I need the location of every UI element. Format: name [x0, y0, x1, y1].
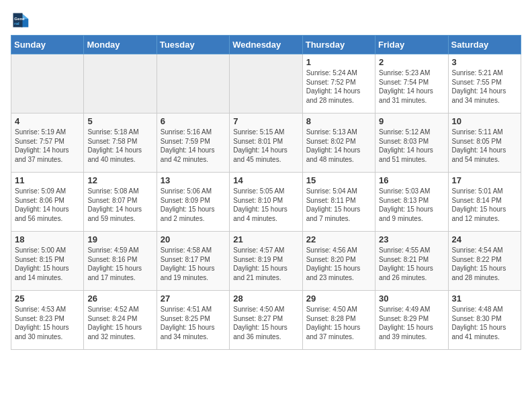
day-number: 23 [379, 234, 444, 244]
day-header-friday: Friday [375, 36, 448, 54]
day-number: 6 [161, 116, 226, 126]
day-cell: 13Sunrise: 5:06 AMSunset: 8:09 PMDayligh… [157, 173, 229, 232]
day-cell: 19Sunrise: 4:59 AMSunset: 8:16 PMDayligh… [84, 232, 157, 291]
day-number: 14 [233, 175, 298, 185]
day-number: 5 [87, 116, 152, 126]
day-cell: 24Sunrise: 4:54 AMSunset: 8:22 PMDayligh… [448, 232, 521, 291]
day-info: Sunrise: 5:13 AMSunset: 8:02 PMDaylight:… [306, 128, 371, 164]
day-cell: 5Sunrise: 5:18 AMSunset: 7:58 PMDaylight… [84, 113, 157, 173]
day-info: Sunrise: 5:15 AMSunset: 8:01 PMDaylight:… [233, 128, 298, 164]
day-number: 4 [15, 116, 80, 126]
day-number: 20 [161, 234, 226, 244]
week-row-1: 1Sunrise: 5:24 AMSunset: 7:52 PMDaylight… [11, 54, 521, 113]
day-number: 18 [15, 234, 80, 244]
day-info: Sunrise: 4:50 AMSunset: 8:28 PMDaylight:… [306, 305, 371, 341]
day-number: 24 [452, 234, 517, 244]
page-header: Gene ral [11, 11, 521, 30]
day-info: Sunrise: 5:24 AMSunset: 7:52 PMDaylight:… [306, 68, 371, 105]
week-row-3: 11Sunrise: 5:09 AMSunset: 8:06 PMDayligh… [11, 173, 521, 232]
day-cell: 14Sunrise: 5:05 AMSunset: 8:10 PMDayligh… [230, 173, 302, 232]
day-number: 8 [306, 116, 371, 126]
day-cell: 18Sunrise: 5:00 AMSunset: 8:15 PMDayligh… [11, 232, 84, 291]
day-info: Sunrise: 4:57 AMSunset: 8:19 PMDaylight:… [233, 246, 298, 282]
day-number: 1 [306, 57, 371, 67]
day-number: 19 [87, 234, 152, 244]
day-cell: 30Sunrise: 4:49 AMSunset: 8:29 PMDayligh… [375, 291, 448, 350]
day-header-wednesday: Wednesday [230, 36, 302, 54]
day-number: 10 [452, 116, 517, 126]
day-info: Sunrise: 5:04 AMSunset: 8:11 PMDaylight:… [306, 187, 371, 223]
day-info: Sunrise: 5:01 AMSunset: 8:14 PMDaylight:… [452, 187, 517, 223]
day-number: 2 [379, 57, 444, 67]
day-info: Sunrise: 5:06 AMSunset: 8:09 PMDaylight:… [161, 187, 226, 223]
day-cell [11, 54, 84, 113]
day-cell: 21Sunrise: 4:57 AMSunset: 8:19 PMDayligh… [230, 232, 302, 291]
day-info: Sunrise: 5:23 AMSunset: 7:54 PMDaylight:… [379, 68, 444, 105]
week-row-2: 4Sunrise: 5:19 AMSunset: 7:57 PMDaylight… [11, 113, 521, 173]
day-header-sunday: Sunday [11, 36, 84, 54]
day-cell: 11Sunrise: 5:09 AMSunset: 8:06 PMDayligh… [11, 173, 84, 232]
day-info: Sunrise: 5:12 AMSunset: 8:03 PMDaylight:… [379, 128, 444, 164]
day-info: Sunrise: 5:16 AMSunset: 7:59 PMDaylight:… [161, 128, 226, 164]
day-cell: 26Sunrise: 4:52 AMSunset: 8:24 PMDayligh… [84, 291, 157, 350]
day-number: 31 [452, 293, 517, 304]
day-cell: 23Sunrise: 4:55 AMSunset: 8:21 PMDayligh… [375, 232, 448, 291]
day-header-thursday: Thursday [302, 36, 375, 54]
day-info: Sunrise: 4:52 AMSunset: 8:24 PMDaylight:… [87, 305, 152, 341]
day-number: 28 [233, 293, 298, 304]
day-number: 3 [452, 57, 517, 67]
day-info: Sunrise: 4:53 AMSunset: 8:23 PMDaylight:… [15, 305, 80, 341]
day-header-monday: Monday [84, 36, 157, 54]
day-number: 30 [379, 293, 444, 304]
calendar-table: SundayMondayTuesdayWednesdayThursdayFrid… [11, 35, 521, 350]
day-cell: 20Sunrise: 4:58 AMSunset: 8:17 PMDayligh… [157, 232, 229, 291]
day-header-tuesday: Tuesday [157, 36, 229, 54]
day-info: Sunrise: 5:21 AMSunset: 7:55 PMDaylight:… [452, 68, 517, 105]
day-info: Sunrise: 4:51 AMSunset: 8:25 PMDaylight:… [161, 305, 226, 341]
day-info: Sunrise: 5:18 AMSunset: 7:58 PMDaylight:… [87, 128, 152, 164]
day-info: Sunrise: 4:55 AMSunset: 8:21 PMDaylight:… [379, 246, 444, 282]
day-info: Sunrise: 5:19 AMSunset: 7:57 PMDaylight:… [15, 128, 80, 164]
day-cell: 29Sunrise: 4:50 AMSunset: 8:28 PMDayligh… [302, 291, 375, 350]
day-number: 25 [15, 293, 80, 304]
day-cell: 25Sunrise: 4:53 AMSunset: 8:23 PMDayligh… [11, 291, 84, 350]
week-row-4: 18Sunrise: 5:00 AMSunset: 8:15 PMDayligh… [11, 232, 521, 291]
day-info: Sunrise: 4:58 AMSunset: 8:17 PMDaylight:… [161, 246, 226, 282]
day-cell: 22Sunrise: 4:56 AMSunset: 8:20 PMDayligh… [302, 232, 375, 291]
day-number: 9 [379, 116, 444, 126]
day-info: Sunrise: 4:56 AMSunset: 8:20 PMDaylight:… [306, 246, 371, 282]
day-cell: 1Sunrise: 5:24 AMSunset: 7:52 PMDaylight… [302, 54, 375, 113]
day-info: Sunrise: 4:48 AMSunset: 8:30 PMDaylight:… [452, 305, 517, 341]
day-cell [84, 54, 157, 113]
day-info: Sunrise: 5:03 AMSunset: 8:13 PMDaylight:… [379, 187, 444, 223]
day-info: Sunrise: 5:00 AMSunset: 8:15 PMDaylight:… [15, 246, 80, 282]
logo-icon: Gene ral [11, 11, 30, 30]
day-cell: 7Sunrise: 5:15 AMSunset: 8:01 PMDaylight… [230, 113, 302, 173]
day-number: 17 [452, 175, 517, 185]
day-cell: 16Sunrise: 5:03 AMSunset: 8:13 PMDayligh… [375, 173, 448, 232]
day-cell: 4Sunrise: 5:19 AMSunset: 7:57 PMDaylight… [11, 113, 84, 173]
day-number: 27 [161, 293, 226, 304]
day-cell: 3Sunrise: 5:21 AMSunset: 7:55 PMDaylight… [448, 54, 521, 113]
day-cell: 27Sunrise: 4:51 AMSunset: 8:25 PMDayligh… [157, 291, 229, 350]
day-number: 16 [379, 175, 444, 185]
day-cell: 28Sunrise: 4:50 AMSunset: 8:27 PMDayligh… [230, 291, 302, 350]
day-cell: 17Sunrise: 5:01 AMSunset: 8:14 PMDayligh… [448, 173, 521, 232]
day-cell: 12Sunrise: 5:08 AMSunset: 8:07 PMDayligh… [84, 173, 157, 232]
day-number: 21 [233, 234, 298, 244]
day-cell: 15Sunrise: 5:04 AMSunset: 8:11 PMDayligh… [302, 173, 375, 232]
day-cell: 10Sunrise: 5:11 AMSunset: 8:05 PMDayligh… [448, 113, 521, 173]
day-cell: 9Sunrise: 5:12 AMSunset: 8:03 PMDaylight… [375, 113, 448, 173]
day-headers-row: SundayMondayTuesdayWednesdayThursdayFrid… [11, 36, 521, 54]
day-number: 12 [87, 175, 152, 185]
day-info: Sunrise: 5:08 AMSunset: 8:07 PMDaylight:… [87, 187, 152, 223]
day-number: 15 [306, 175, 371, 185]
day-info: Sunrise: 5:09 AMSunset: 8:06 PMDaylight:… [15, 187, 80, 223]
day-number: 13 [161, 175, 226, 185]
svg-text:ral: ral [14, 21, 19, 26]
day-header-saturday: Saturday [448, 36, 521, 54]
day-cell [230, 54, 302, 113]
day-info: Sunrise: 4:59 AMSunset: 8:16 PMDaylight:… [87, 246, 152, 282]
day-info: Sunrise: 5:05 AMSunset: 8:10 PMDaylight:… [233, 187, 298, 223]
day-info: Sunrise: 4:50 AMSunset: 8:27 PMDaylight:… [233, 305, 298, 341]
